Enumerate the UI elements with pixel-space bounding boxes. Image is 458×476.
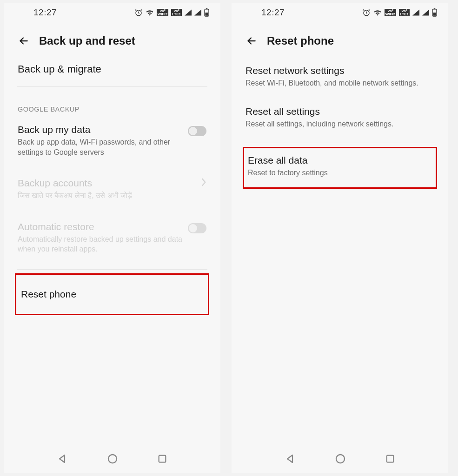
- nav-back-icon[interactable]: [57, 453, 68, 464]
- volte-badge-icon: Vo²LTE1: [171, 9, 182, 16]
- reset-all-title: Reset all settings: [246, 106, 434, 117]
- nav-back-icon[interactable]: [285, 453, 296, 464]
- reset-network-title: Reset network settings: [246, 65, 434, 76]
- page-header: Back up and reset: [4, 22, 220, 56]
- backup-migrate-label: Back up & migrate: [18, 63, 206, 75]
- divider: [17, 269, 207, 270]
- svg-point-10: [336, 455, 345, 463]
- nav-recents-icon[interactable]: [385, 454, 395, 464]
- nav-recents-icon[interactable]: [157, 454, 167, 464]
- reset-phone-label: Reset phone: [21, 289, 203, 300]
- automatic-restore-sub: Automatically restore backed up settings…: [18, 234, 182, 254]
- erase-all-sub: Reset to factory settings: [248, 168, 432, 178]
- nav-home-icon[interactable]: [107, 453, 118, 464]
- page-title: Reset phone: [267, 34, 334, 47]
- signal-icon: [412, 9, 419, 16]
- svg-point-4: [108, 455, 117, 463]
- back-arrow-icon[interactable]: [18, 35, 30, 47]
- right-screenshot: 12:27 Vo²WiFi2 Vo²LTE1 Reset phone Reset…: [232, 3, 448, 473]
- wifi-icon: [146, 9, 154, 16]
- svg-rect-8: [434, 8, 436, 9]
- volte-badge-icon: Vo²LTE1: [399, 9, 410, 16]
- status-icons: Vo²WiFi2 Vo²LTE1: [134, 8, 209, 17]
- status-time: 12:27: [261, 7, 285, 18]
- left-screenshot: 12:27 Vo²WiFi2 Vo²LTE1 Back up and reset…: [4, 3, 220, 473]
- signal-icon-2: [194, 9, 201, 16]
- page-title: Back up and reset: [39, 34, 135, 47]
- erase-all-row-highlighted[interactable]: Erase all data Reset to factory settings: [243, 147, 437, 189]
- battery-icon: [204, 8, 209, 17]
- reset-network-row[interactable]: Reset network settings Reset Wi-Fi, Blue…: [243, 56, 437, 96]
- chevron-right-icon: [201, 178, 206, 187]
- alarm-icon: [362, 8, 371, 17]
- vowifi-badge-icon: Vo²WiFi2: [157, 9, 168, 16]
- status-time: 12:27: [33, 7, 57, 18]
- automatic-restore-toggle: [188, 223, 206, 233]
- divider: [245, 143, 435, 143]
- status-icons: Vo²WiFi2 Vo²LTE1: [362, 8, 437, 17]
- automatic-restore-row: Automatic restore Automatically restore …: [15, 208, 209, 265]
- backup-accounts-sub: जिस खाते पर बैकअप लेना है, उसे अभी जोड़े…: [18, 191, 195, 201]
- nav-bar: [4, 447, 220, 473]
- automatic-restore-title: Automatic restore: [18, 221, 182, 232]
- reset-network-sub: Reset Wi-Fi, Bluetooth, and mobile netwo…: [246, 78, 434, 88]
- backup-my-data-row[interactable]: Back up my data Back up app data, Wi-Fi …: [15, 117, 209, 165]
- reset-phone-row-highlighted[interactable]: Reset phone: [15, 273, 209, 315]
- wifi-icon: [373, 9, 382, 16]
- section-label-google: GOOGLE BACKUP: [15, 91, 209, 117]
- back-arrow-icon[interactable]: [246, 35, 258, 47]
- battery-icon: [432, 8, 437, 17]
- backup-my-data-toggle[interactable]: [188, 126, 206, 136]
- nav-home-icon[interactable]: [335, 453, 346, 464]
- svg-rect-9: [433, 13, 436, 16]
- page-header: Reset phone: [232, 22, 448, 56]
- reset-all-sub: Reset all settings, including network se…: [246, 119, 434, 129]
- svg-rect-5: [159, 456, 166, 463]
- status-bar: 12:27 Vo²WiFi2 Vo²LTE1: [4, 3, 220, 22]
- erase-all-title: Erase all data: [248, 155, 432, 166]
- backup-accounts-title: Backup accounts: [18, 178, 195, 189]
- svg-rect-11: [387, 456, 394, 463]
- alarm-icon: [134, 8, 143, 17]
- svg-rect-3: [205, 13, 208, 16]
- vowifi-badge-icon: Vo²WiFi2: [385, 9, 396, 16]
- backup-my-data-title: Back up my data: [18, 124, 182, 135]
- backup-accounts-row: Backup accounts जिस खाते पर बैकअप लेना ह…: [15, 165, 209, 208]
- backup-my-data-sub: Back up app data, Wi-Fi passwords, and o…: [18, 137, 182, 157]
- nav-bar: [232, 447, 448, 473]
- status-bar: 12:27 Vo²WiFi2 Vo²LTE1: [232, 3, 448, 22]
- divider: [17, 86, 207, 87]
- backup-migrate-row[interactable]: Back up & migrate: [15, 56, 209, 83]
- signal-icon-2: [422, 9, 429, 16]
- reset-all-row[interactable]: Reset all settings Reset all settings, i…: [243, 96, 437, 139]
- svg-rect-2: [206, 8, 208, 9]
- signal-icon: [185, 9, 192, 16]
